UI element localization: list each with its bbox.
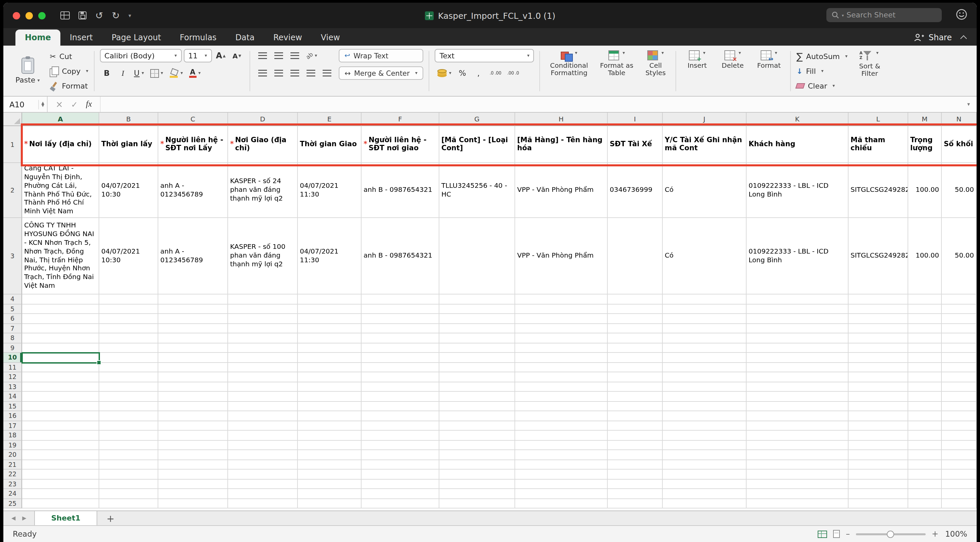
cell-J23[interactable]: [663, 479, 746, 489]
cell-K5[interactable]: [746, 304, 848, 314]
cell-K17[interactable]: [746, 421, 848, 431]
cell-D13[interactable]: [228, 382, 298, 392]
cell-D10[interactable]: [228, 353, 298, 362]
cell-K19[interactable]: [746, 440, 848, 450]
cell-K4[interactable]: [746, 294, 848, 304]
cell-J18[interactable]: [663, 431, 746, 440]
cell-B17[interactable]: [99, 421, 158, 431]
formula-bar-expand-icon[interactable]: ▾: [967, 101, 970, 107]
cell-C23[interactable]: [158, 479, 228, 489]
borders-button[interactable]: ▾: [148, 67, 165, 80]
cell-H1[interactable]: [Mã Hàng] - Tên hàng hóa: [515, 126, 608, 163]
cell-F4[interactable]: [361, 294, 439, 304]
cell-I4[interactable]: [608, 294, 663, 304]
cell-C14[interactable]: [158, 392, 228, 402]
cell-D22[interactable]: [228, 470, 298, 479]
cell-J3[interactable]: Có: [663, 218, 746, 294]
cell-K13[interactable]: [746, 382, 848, 392]
cell-B18[interactable]: [99, 431, 158, 440]
cell-C25[interactable]: [158, 499, 228, 509]
cell-D3[interactable]: KASPER - số 100 phan văn đáng thạnh mỹ l…: [228, 218, 298, 294]
cell-F1[interactable]: *Người liên hệ - SĐT nơi giao: [361, 126, 439, 163]
search-scope-caret-icon[interactable]: ▾: [842, 13, 844, 17]
cell-D17[interactable]: [228, 421, 298, 431]
ribbon-tab-home[interactable]: Home: [16, 30, 60, 46]
cell-N9[interactable]: [942, 343, 977, 353]
normal-view-icon[interactable]: [818, 530, 827, 538]
zoom-slider-thumb[interactable]: [887, 530, 894, 538]
cell-A5[interactable]: [22, 304, 99, 314]
cell-K2[interactable]: 0109222333 - LBL - ICD Long Bình: [746, 163, 848, 218]
cell-L7[interactable]: [848, 324, 908, 334]
row-header-18[interactable]: 18: [3, 431, 22, 440]
cell-A22[interactable]: [22, 470, 99, 479]
cell-F11[interactable]: [361, 362, 439, 372]
add-sheet-button[interactable]: +: [97, 511, 124, 525]
cell-M9[interactable]: [908, 343, 942, 353]
conditional-formatting-button[interactable]: ▾ Conditional Formatting: [546, 49, 593, 93]
zoom-slider[interactable]: [856, 533, 926, 535]
number-format-select[interactable]: Text▾: [435, 49, 534, 62]
cell-A24[interactable]: [22, 489, 99, 499]
row-header-5[interactable]: 5: [3, 304, 22, 314]
cell-F19[interactable]: [361, 440, 439, 450]
row-header-13[interactable]: 13: [3, 382, 22, 392]
decrease-decimal-button[interactable]: .00 .0: [506, 67, 521, 80]
row-header-6[interactable]: 6: [3, 314, 22, 324]
cell-B22[interactable]: [99, 470, 158, 479]
fill-button[interactable]: ↓Fill▾: [797, 65, 848, 77]
sheet-tab-sheet1[interactable]: Sheet1: [35, 511, 97, 525]
cell-I9[interactable]: [608, 343, 663, 353]
sort-filter-button[interactable]: AZ▾ Sort & Filter: [852, 49, 887, 93]
cell-K25[interactable]: [746, 499, 848, 509]
column-header-H[interactable]: H: [515, 113, 608, 126]
cell-J7[interactable]: [663, 324, 746, 334]
cell-G19[interactable]: [439, 440, 515, 450]
collapse-ribbon-icon[interactable]: [959, 36, 977, 46]
cell-F5[interactable]: [361, 304, 439, 314]
cell-N5[interactable]: [942, 304, 977, 314]
decrease-font-size-button[interactable]: A▼: [230, 49, 244, 62]
cell-L12[interactable]: [848, 372, 908, 382]
view-switcher-icon[interactable]: [60, 11, 70, 19]
cell-H6[interactable]: [515, 314, 608, 324]
cell-G17[interactable]: [439, 421, 515, 431]
cell-M23[interactable]: [908, 479, 942, 489]
cell-F14[interactable]: [361, 392, 439, 402]
cell-A9[interactable]: [22, 343, 99, 353]
cell-G10[interactable]: [439, 353, 515, 362]
cell-B12[interactable]: [99, 372, 158, 382]
cell-N8[interactable]: [942, 334, 977, 343]
cell-C15[interactable]: [158, 402, 228, 411]
cell-N6[interactable]: [942, 314, 977, 324]
undo-icon[interactable]: ↺: [95, 11, 103, 20]
cell-I15[interactable]: [608, 402, 663, 411]
row-header-9[interactable]: 9: [3, 343, 22, 353]
row-header-21[interactable]: 21: [3, 460, 22, 470]
merge-center-button[interactable]: ↔Merge & Center▾: [339, 67, 423, 80]
cell-M3[interactable]: 100.00: [908, 218, 942, 294]
cell-H22[interactable]: [515, 470, 608, 479]
cell-M14[interactable]: [908, 392, 942, 402]
cell-C11[interactable]: [158, 362, 228, 372]
increase-decimal-button[interactable]: .0 .00: [488, 67, 503, 80]
fill-color-button[interactable]: ▾: [167, 67, 185, 80]
cell-M20[interactable]: [908, 450, 942, 460]
cell-N1[interactable]: Số khối: [942, 126, 977, 163]
cell-E2[interactable]: 04/07/2021 11:30: [298, 163, 361, 218]
page-layout-view-icon[interactable]: [833, 530, 840, 538]
cell-H3[interactable]: VPP - Văn Phòng Phẩm: [515, 218, 608, 294]
cell-J24[interactable]: [663, 489, 746, 499]
cell-K22[interactable]: [746, 470, 848, 479]
cell-K14[interactable]: [746, 392, 848, 402]
name-box-stepper[interactable]: ▲▼: [38, 100, 44, 109]
cell-M17[interactable]: [908, 421, 942, 431]
formula-input[interactable]: [100, 97, 967, 112]
cell-A17[interactable]: [22, 421, 99, 431]
cell-G15[interactable]: [439, 402, 515, 411]
cut-button[interactable]: ✂Cut: [49, 50, 88, 62]
cell-I5[interactable]: [608, 304, 663, 314]
cell-F7[interactable]: [361, 324, 439, 334]
cell-J6[interactable]: [663, 314, 746, 324]
cell-C5[interactable]: [158, 304, 228, 314]
